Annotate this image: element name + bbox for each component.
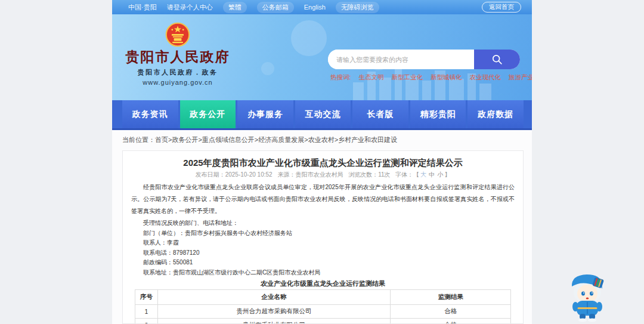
cell-company: 贵州合力超市采购有限公司 [157, 305, 391, 319]
font-size-small-button[interactable]: 小 [437, 171, 443, 178]
hot-word-urbanization[interactable]: 新型城镇化 [431, 73, 462, 82]
hot-word-ecology[interactable]: 生态文明 [358, 73, 383, 82]
cell-seq: 1 [135, 305, 158, 319]
contact-person: 联系人：李霞 [131, 238, 515, 248]
monitoring-results-table: 序号 企业名称 监测结果 1 贵州合力超市采购有限公司 合格 2 贵州友禾种业有… [135, 289, 511, 324]
nav-tab-interaction[interactable]: 互动交流 [295, 100, 351, 128]
font-size-large-button[interactable]: 大 [420, 171, 426, 178]
site-title: 贵阳市人民政府 [124, 49, 231, 64]
contact-phone: 联系电话：87987120 [131, 248, 515, 258]
header-banner: 贵阳市人民政府 贵阳市人民政府．政务 www.guiyang.gov.cn 热搜… [112, 14, 532, 100]
font-size-label-end: 】 [444, 171, 450, 178]
mascot-assistant-widget[interactable] [564, 267, 611, 322]
contact-postcode: 邮政编码：550081 [131, 258, 515, 268]
view-count: 浏览次数：11次 [348, 171, 390, 178]
hot-search-label: 热搜词: [330, 73, 351, 82]
topbar-item-english[interactable]: English [304, 2, 326, 12]
breadcrumb: 当前位置：首页>政务公开>重点领域信息公开>经济高质量发展>农业农村>乡村产业和… [122, 135, 397, 144]
mascot-eye-right [590, 292, 593, 296]
banner-decoration [291, 20, 327, 56]
topbar-item-china-guiyang[interactable]: 中国·贵阳 [128, 2, 157, 13]
nav-tab-news[interactable]: 政务资讯 [122, 100, 178, 128]
contact-address: 联系地址：贵阳市观山湖区市级行政中心二期C区贵阳市农业农村局 [131, 268, 515, 278]
national-emblem-icon [165, 21, 191, 48]
table-header-row: 序号 企业名称 监测结果 [135, 290, 511, 305]
article-meta: 发布日期：2025-10-20 10:52 来源：贵阳市农业农村局 浏览次数：1… [131, 171, 515, 178]
mascot-belt [578, 307, 597, 309]
search-bar [328, 50, 520, 69]
article-source: 来源：贵阳市农业农村局 [277, 171, 343, 178]
breadcrumb-path[interactable]: 首页>政务公开>重点领域信息公开>经济高质量发展>农业农村>乡村产业和农田建设 [155, 136, 397, 143]
search-input[interactable] [328, 50, 474, 69]
cell-seq: 2 [135, 319, 158, 324]
nav-tab-gov-data[interactable]: 政府数据 [467, 100, 524, 128]
return-home-button[interactable]: 返回首页 [482, 2, 521, 13]
topbar-item-official-mail[interactable]: 公务邮箱 [257, 2, 294, 13]
font-size-medium-button[interactable]: 中 [429, 171, 435, 178]
font-size-label: 字体：【 [395, 171, 419, 178]
hot-word-industrialization[interactable]: 新型工业化 [391, 73, 423, 82]
hot-word-agriculture[interactable]: 农业现代化 [469, 73, 501, 82]
site-url: www.guiyang.gov.cn [124, 79, 231, 86]
hot-search-row: 热搜词: 生态文明 新型工业化 新型城镇化 农业现代化 旅游产业化 贵阳简介 [330, 73, 527, 82]
site-logo[interactable]: 贵阳市人民政府 贵阳市人民政府．政务 www.guiyang.gov.cn [124, 21, 231, 86]
topbar-item-login[interactable]: 请登录个人中心 [167, 2, 213, 13]
col-header-seq: 序号 [135, 290, 158, 305]
hot-word-tourism[interactable]: 旅游产业化 [509, 73, 532, 82]
article-card: 2025年度贵阳市农业产业化市级重点龙头企业运行监测和评定结果公示 发布日期：2… [122, 150, 524, 324]
cell-result: 合格 [391, 305, 511, 319]
mascot-shoe-right [588, 319, 596, 322]
page: 中国·贵阳 请登录个人中心 繁體 公务邮箱 English 无障碍浏览 返回首页 [0, 0, 644, 324]
site-subtitle: 贵阳市人民政府．政务 [124, 68, 231, 77]
article-paragraph-main: 经贵阳市农业产业化市级重点龙头企业联席会议成员单位审定，现对2025年开展的农业… [131, 181, 515, 217]
nav-tab-senior-version[interactable]: 长者版 [352, 100, 408, 128]
col-header-result: 监测结果 [391, 290, 511, 305]
banner-decoration [261, 62, 274, 75]
article-title: 2025年度贵阳市农业产业化市级重点龙头企业运行监测和评定结果公示 [131, 157, 515, 169]
city-skyline-silhouette [353, 64, 532, 100]
topbar-item-accessibility[interactable]: 无障碍浏览 [336, 2, 379, 13]
breadcrumb-label: 当前位置： [122, 136, 155, 143]
nav-tab-wonderful-guiyang[interactable]: 精彩贵阳 [410, 100, 466, 128]
search-button[interactable] [474, 50, 520, 69]
main-navigation: 政务资讯 政务公开 办事服务 互动交流 长者版 精彩贵阳 政府数据 [112, 100, 532, 130]
mascot-face [577, 285, 597, 303]
cell-company: 贵州友禾种业有限公司 [157, 319, 391, 324]
col-header-company: 企业名称 [157, 290, 391, 305]
top-utility-bar: 中国·贵阳 请登录个人中心 繁體 公务邮箱 English 无障碍浏览 返回首页 [112, 0, 532, 14]
article-paragraph-intro: 受理情况反映的部门、电话和地址： [131, 218, 515, 229]
nav-tab-services[interactable]: 办事服务 [237, 100, 293, 128]
mascot-mouth [586, 297, 589, 299]
nav-tab-gov-disclosure[interactable]: 政务公开 [180, 100, 236, 128]
table-caption: 农业产业化市级重点龙头企业运行监测结果 [131, 279, 515, 288]
mascot-shoe-left [578, 319, 587, 322]
topbar-item-traditional-chinese[interactable]: 繁體 [223, 2, 247, 13]
publish-date: 发布日期：2025-10-20 10:52 [196, 171, 273, 178]
mascot-eye-left [581, 292, 585, 296]
cell-result: 合格 [391, 319, 511, 324]
table-row: 2 贵州友禾种业有限公司 合格 [135, 319, 511, 324]
table-row: 1 贵州合力超市采购有限公司 合格 [135, 305, 511, 319]
mascot-eye-highlight [583, 292, 584, 294]
mascot-eye-highlight [592, 292, 593, 294]
contact-department: 部门（单位）：贵阳市乡村振兴服务中心农村经济服务站 [131, 229, 515, 239]
search-icon [491, 54, 503, 65]
